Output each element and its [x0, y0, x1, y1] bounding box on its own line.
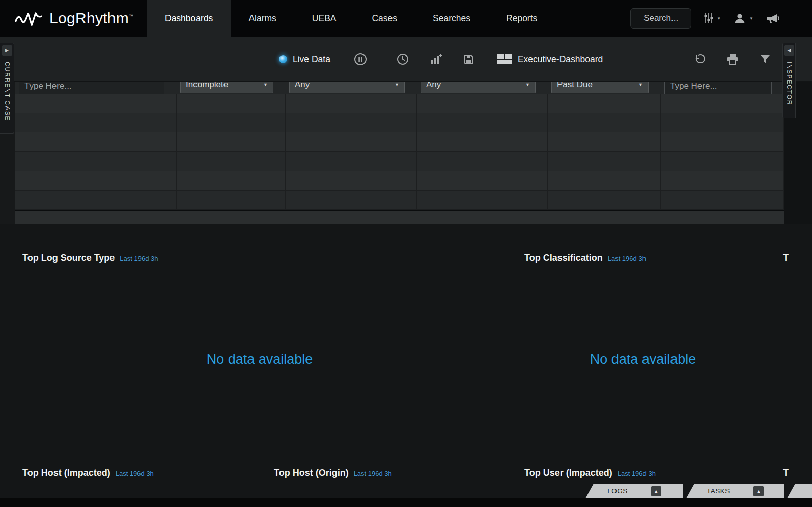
table-row[interactable] [15, 113, 784, 132]
widget-top-classification: Top Classification Last 196d 3h No data … [517, 224, 769, 464]
table-row[interactable] [15, 152, 784, 171]
due-filter-dropdown[interactable]: Past Due ▼ [551, 82, 649, 93]
table-cell [661, 113, 784, 132]
filter-cell [661, 82, 784, 94]
tasks-label: TASKS [707, 487, 730, 495]
time-range-button[interactable] [397, 53, 409, 65]
clock-icon [397, 53, 409, 65]
live-data-radio-icon [279, 55, 287, 63]
nav-right-controls: Search... ▼ [630, 0, 780, 37]
table-cell [286, 152, 417, 171]
table-cell [286, 113, 417, 132]
table-cell [417, 152, 548, 171]
table-cell [417, 113, 548, 132]
pause-button[interactable] [354, 52, 367, 66]
widget-timespan[interactable]: Last 196d 3h [354, 470, 392, 477]
table-cell [15, 171, 177, 190]
table-cell [177, 171, 286, 190]
widget-timespan[interactable]: Last 196d 3h [116, 470, 154, 477]
chevron-down-icon: ▼ [717, 16, 721, 21]
current-case-label: CURRENT CASE [4, 62, 11, 121]
widget-header: Top User (Impacted) Last 196d 3h [517, 468, 769, 484]
widget-top-partial: T [776, 224, 812, 464]
save-dashboard-button[interactable] [463, 53, 475, 65]
top-nav: LogRhythm™ Dashboards Alarms UEBA Cases … [0, 0, 812, 37]
drawer-tab-partial[interactable] [787, 484, 812, 498]
table-row[interactable] [15, 94, 784, 113]
filter-button[interactable] [760, 54, 770, 64]
live-data-toggle[interactable]: Live Data [279, 54, 330, 65]
bottom-drawer-bar: LOGS ▲ TASKS ▲ [0, 484, 812, 498]
nav-tab-searches[interactable]: Searches [415, 0, 488, 37]
announcements-button[interactable] [766, 12, 780, 24]
expand-right-icon[interactable]: ▶ [2, 45, 12, 56]
table-cell [286, 191, 417, 209]
search-button[interactable]: Search... [630, 8, 691, 29]
dashboard-layout-icon [497, 54, 512, 64]
widget-title: T [783, 468, 789, 478]
inspector-panel-tab[interactable]: ◀ INSPECTOR [782, 43, 796, 118]
add-widget-button[interactable] [429, 53, 442, 65]
table-row[interactable] [15, 132, 784, 152]
tag-filter-dropdown[interactable]: Any ▼ [421, 82, 536, 93]
user-menu[interactable]: ▼ [733, 12, 753, 24]
widget-header: T [776, 468, 812, 484]
megaphone-icon [766, 12, 780, 24]
table-cell [661, 132, 784, 151]
widget-header: Top Log Source Type Last 196d 3h [15, 253, 504, 269]
text-filter-input[interactable] [664, 82, 772, 94]
table-row[interactable] [15, 191, 784, 210]
widget-timespan[interactable]: Last 196d 3h [618, 470, 656, 477]
nav-tab-cases[interactable]: Cases [354, 0, 415, 37]
table-cell [417, 94, 548, 113]
nav-tab-dashboards[interactable]: Dashboards [147, 0, 231, 37]
widget-timespan[interactable]: Last 196d 3h [608, 255, 646, 262]
nav-tab-reports[interactable]: Reports [488, 0, 555, 37]
owner-filter-dropdown[interactable]: Any ▼ [289, 82, 405, 93]
widget-header: Top Host (Impacted) Last 196d 3h [15, 468, 260, 484]
table-cell [286, 132, 417, 151]
table-cell [661, 171, 784, 190]
current-case-panel-tab[interactable]: ▶ CURRENT CASE [0, 43, 14, 134]
toolbar-right [693, 37, 770, 82]
dashboard-selector[interactable]: Executive-Dashboard [497, 54, 603, 65]
user-icon [733, 12, 746, 24]
table-cell [15, 191, 177, 209]
nav-tab-ueba[interactable]: UEBA [294, 0, 354, 37]
chevron-down-icon: ▼ [749, 16, 753, 21]
table-cell [177, 94, 286, 113]
table-cell [15, 132, 177, 151]
collapse-left-icon[interactable]: ◀ [784, 45, 794, 56]
logo-text: LogRhythm™ [49, 10, 133, 27]
table-body [15, 94, 784, 210]
inspector-label: INSPECTOR [786, 62, 793, 105]
widget-title: T [783, 253, 789, 263]
widget-title: Top Classification [524, 253, 603, 263]
status-filter-value: Incomplete [186, 82, 228, 90]
table-row[interactable] [15, 171, 784, 191]
cases-grid: Incomplete ▼ Any ▼ Any ▼ Past Due [15, 82, 784, 224]
status-filter-dropdown[interactable]: Incomplete ▼ [180, 82, 273, 93]
filter-cell: Any ▼ [286, 82, 417, 94]
expand-up-icon[interactable]: ▲ [651, 486, 661, 496]
logs-drawer-tab[interactable]: LOGS ▲ [585, 484, 683, 498]
case-filter-input[interactable] [19, 82, 164, 94]
settings-menu[interactable]: ▼ [704, 13, 721, 24]
table-cell [548, 94, 661, 113]
widget-header: T [776, 253, 812, 269]
logrhythm-logo[interactable]: LogRhythm™ [14, 0, 133, 37]
live-data-label: Live Data [293, 54, 330, 65]
tasks-drawer-tab[interactable]: TASKS ▲ [686, 484, 784, 498]
table-cell [177, 113, 286, 132]
widget-timespan[interactable]: Last 196d 3h [120, 255, 158, 262]
nav-tab-alarms[interactable]: Alarms [231, 0, 294, 37]
save-icon [463, 53, 475, 65]
print-button[interactable] [726, 54, 739, 65]
chevron-down-icon: ▼ [638, 82, 643, 87]
table-cell [15, 94, 177, 113]
no-data-message: No data available [517, 352, 769, 367]
reset-button[interactable] [693, 53, 705, 65]
filter-cell: Any ▼ [417, 82, 548, 94]
widget-title: Top User (Impacted) [524, 468, 612, 478]
expand-up-icon[interactable]: ▲ [753, 486, 764, 496]
